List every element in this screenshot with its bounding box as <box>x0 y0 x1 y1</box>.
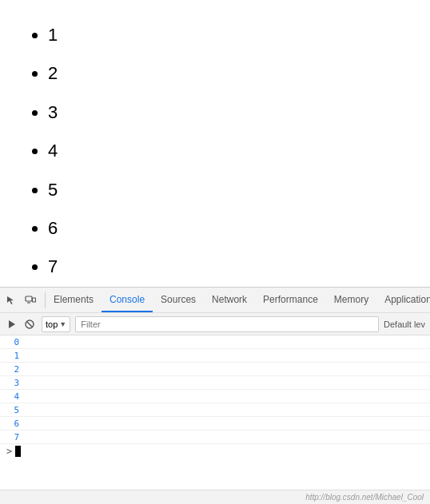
context-selector[interactable]: top ▼ <box>42 316 70 332</box>
tab-console[interactable]: Console <box>102 288 153 312</box>
list-item-5: 5 <box>48 171 406 209</box>
console-prompt[interactable]: > <box>0 444 430 458</box>
devtools-tabs-bar: Elements Console Sources Network Perform… <box>0 288 430 313</box>
console-line-1: 1 <box>0 349 430 363</box>
list-item-7: 7 <box>48 248 406 286</box>
bullet-list: 1 2 3 4 5 6 7 8 <box>24 16 406 288</box>
console-line-3: 3 <box>0 376 430 390</box>
chevron-down-icon: ▼ <box>59 320 66 328</box>
list-item-1: 1 <box>48 16 406 54</box>
list-item-6: 6 <box>48 209 406 248</box>
list-item-3: 3 <box>48 93 406 132</box>
tab-memory[interactable]: Memory <box>326 288 376 312</box>
filter-input-wrap <box>75 316 379 332</box>
console-output[interactable]: 0 1 2 3 4 5 6 7 > <box>0 335 430 490</box>
default-level-label: Default lev <box>384 319 425 329</box>
console-line-4: 4 <box>0 390 430 403</box>
list-item-4: 4 <box>48 132 406 170</box>
tab-sources[interactable]: Sources <box>153 288 204 312</box>
console-action-icons <box>5 317 37 331</box>
status-bar: http://blog.csdn.net/Michael_Cool <box>0 490 430 504</box>
list-item-2: 2 <box>48 54 406 93</box>
filter-input[interactable] <box>81 319 373 329</box>
svg-rect-1 <box>33 298 36 302</box>
context-value: top <box>46 319 58 329</box>
status-url: http://blog.csdn.net/Michael_Cool <box>305 493 424 502</box>
cursor-caret <box>15 446 21 457</box>
console-line-5: 5 <box>0 403 430 417</box>
devtools-toolbar-icons <box>3 292 46 308</box>
console-toolbar: top ▼ Default lev <box>0 313 430 335</box>
console-line-6: 6 <box>0 417 430 431</box>
tab-application[interactable]: Application <box>376 288 430 312</box>
tab-network[interactable]: Network <box>204 288 255 312</box>
console-line-2: 2 <box>0 363 430 376</box>
page-content: 1 2 3 4 5 6 7 8 <box>0 0 430 288</box>
block-icon[interactable] <box>22 317 37 331</box>
console-line-7: 7 <box>0 431 430 444</box>
inspect-icon[interactable] <box>3 292 19 308</box>
prompt-arrow-icon: > <box>6 446 12 457</box>
svg-marker-3 <box>9 320 15 328</box>
tab-elements[interactable]: Elements <box>46 288 102 312</box>
clear-console-icon[interactable] <box>5 317 19 331</box>
tab-performance[interactable]: Performance <box>255 288 326 312</box>
device-icon[interactable] <box>22 292 38 308</box>
svg-rect-0 <box>26 296 32 301</box>
devtools-panel: Elements Console Sources Network Perform… <box>0 287 430 504</box>
devtools-tabs: Elements Console Sources Network Perform… <box>46 288 430 312</box>
svg-line-5 <box>27 321 33 327</box>
console-line-0: 0 <box>0 335 430 349</box>
